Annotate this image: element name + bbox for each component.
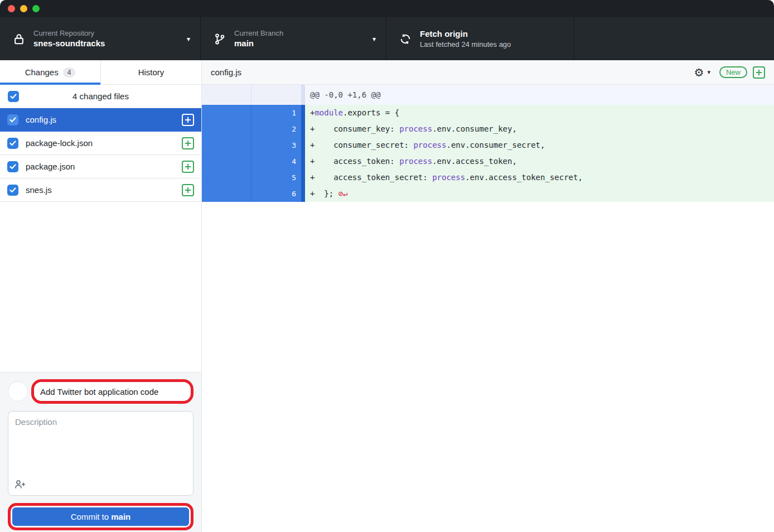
line-number: 5: [251, 170, 301, 186]
current-repository-label: Current Repository: [33, 28, 105, 38]
current-branch-dropdown[interactable]: Current Branch main ▾: [201, 17, 386, 60]
line-content: +module.exports = {: [305, 105, 774, 121]
changed-files-header: 4 changed files: [0, 85, 201, 108]
changes-sidebar: Changes 4 History 4 changed files config…: [0, 60, 202, 532]
tab-changes-label: Changes: [25, 67, 59, 77]
chevron-down-icon: ▾: [373, 35, 376, 43]
sidebar-tabs: Changes 4 History: [0, 60, 201, 85]
line-number: 1: [251, 105, 301, 121]
file-row[interactable]: snes.js: [0, 178, 201, 202]
file-row[interactable]: package-lock.json: [0, 132, 201, 155]
file-list-empty-space: [0, 202, 201, 372]
fetch-origin-button[interactable]: Fetch origin Last fetched 24 minutes ago: [386, 17, 574, 60]
line-number: 2: [251, 121, 301, 137]
toolbar: Current Repository snes-soundtracks ▾ Cu…: [0, 17, 774, 60]
chevron-down-icon: ▾: [707, 69, 710, 76]
file-added-icon: [182, 161, 194, 173]
changed-files-list: config.js package-lock.json package.json…: [0, 108, 201, 202]
lock-icon: [12, 33, 26, 45]
gear-icon: ⚙: [694, 67, 704, 78]
titlebar: [0, 0, 774, 17]
file-checkbox[interactable]: [7, 185, 18, 196]
fetch-origin-label: Fetch origin: [420, 28, 511, 40]
diff-options-button[interactable]: ⚙ ▾: [694, 67, 710, 78]
fetch-origin-status: Last fetched 24 minutes ago: [420, 40, 511, 50]
file-checkbox[interactable]: [7, 138, 18, 149]
diff-line: 1 +module.exports = {: [202, 105, 774, 121]
line-content: + }; ⊘↵: [305, 186, 774, 202]
diff-header: config.js ⚙ ▾ New: [202, 60, 774, 85]
diff-line: 4 + access_token: process.env.access_tok…: [202, 153, 774, 170]
commit-button[interactable]: Commit to main: [12, 507, 189, 526]
diff-file-name: config.js: [211, 67, 241, 77]
minimize-window-button[interactable]: [20, 5, 27, 12]
diff-body: @@ -0,0 +1,6 @@ 1 +module.exports = { 2 …: [202, 85, 774, 532]
file-added-icon: [182, 184, 194, 196]
commit-branch-name: main: [111, 512, 130, 521]
hunk-header-text: @@ -0,0 +1,6 @@: [305, 85, 774, 105]
avatar: [8, 381, 28, 402]
file-checkbox[interactable]: [7, 161, 18, 172]
diff-line: 6 + }; ⊘↵: [202, 186, 774, 202]
select-all-checkbox[interactable]: [8, 91, 19, 102]
tab-history-label: History: [138, 67, 165, 77]
file-row[interactable]: package.json: [0, 155, 201, 178]
commit-description-textarea[interactable]: [8, 411, 194, 496]
file-row[interactable]: config.js: [0, 108, 201, 132]
line-content: + consumer_secret: process.env.consumer_…: [305, 137, 774, 153]
plus-icon[interactable]: [753, 66, 765, 79]
annotation-commit-highlight: Commit to main: [8, 503, 194, 530]
tab-history[interactable]: History: [100, 60, 201, 84]
new-file-badge: New: [719, 66, 747, 78]
current-repository-value: snes-soundtracks: [33, 38, 105, 49]
commit-panel: Commit to main: [0, 372, 201, 532]
diff-panel: config.js ⚙ ▾ New @@ -0,0 +1,6 @@: [202, 60, 774, 532]
diff-line: 5 + access_token_secret: process.env.acc…: [202, 170, 774, 186]
commit-summary-input[interactable]: [35, 383, 190, 400]
changed-files-count: 4 changed files: [0, 91, 201, 101]
line-content: + access_token_secret: process.env.acces…: [305, 170, 774, 186]
tab-changes[interactable]: Changes 4: [0, 60, 100, 84]
diff-lines: 1 +module.exports = { 2 + consumer_key: …: [202, 105, 774, 202]
file-name: package.json: [26, 162, 75, 171]
git-branch-icon: [213, 33, 226, 45]
file-name: package-lock.json: [26, 138, 93, 148]
chevron-down-icon: ▾: [187, 35, 190, 43]
line-number: 6: [251, 186, 301, 202]
close-window-button[interactable]: [8, 5, 15, 12]
sync-icon: [399, 33, 412, 45]
zoom-window-button[interactable]: [32, 5, 40, 12]
current-branch-label: Current Branch: [234, 28, 283, 38]
diff-line: 3 + consumer_secret: process.env.consume…: [202, 137, 774, 153]
annotation-summary-highlight: [31, 379, 194, 404]
file-checkbox[interactable]: [7, 114, 18, 125]
traffic-lights: [8, 5, 40, 12]
line-number: 4: [251, 153, 301, 170]
person-add-icon[interactable]: [14, 480, 26, 491]
line-number: 3: [251, 137, 301, 153]
changes-count-badge: 4: [63, 67, 76, 78]
hunk-header-row: @@ -0,0 +1,6 @@: [202, 85, 774, 105]
file-added-icon: [182, 137, 194, 149]
file-added-icon: [182, 114, 194, 126]
line-content: + access_token: process.env.access_token…: [305, 153, 774, 170]
current-repository-dropdown[interactable]: Current Repository snes-soundtracks ▾: [0, 17, 201, 60]
current-branch-value: main: [234, 38, 283, 49]
file-name: snes.js: [26, 185, 52, 195]
file-name: config.js: [26, 115, 56, 124]
app-window: Current Repository snes-soundtracks ▾ Cu…: [0, 0, 774, 532]
diff-line: 2 + consumer_key: process.env.consumer_k…: [202, 121, 774, 137]
line-content: + consumer_key: process.env.consumer_key…: [305, 121, 774, 137]
